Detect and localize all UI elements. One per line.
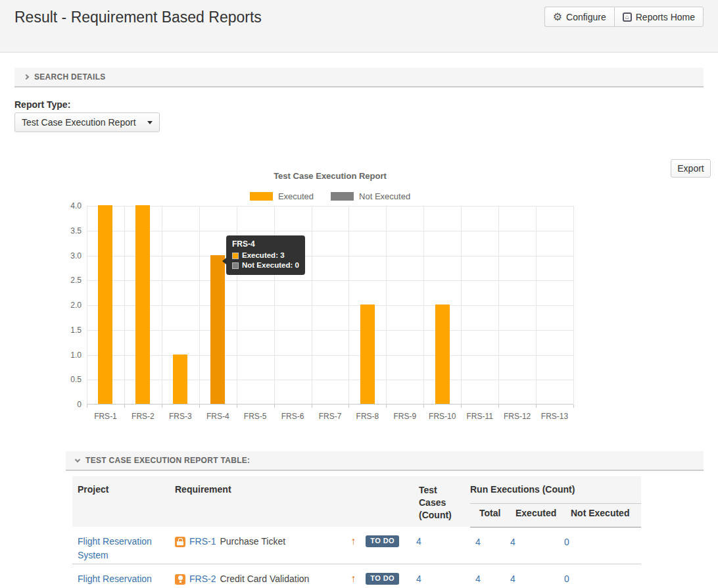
gridline bbox=[87, 206, 87, 404]
project-link[interactable]: Flight Reservation System bbox=[78, 536, 152, 560]
gridline bbox=[348, 206, 349, 404]
cell-total-link[interactable]: 4 bbox=[475, 574, 481, 584]
y-tick-label: 2.0 bbox=[60, 301, 82, 310]
search-details-toggle[interactable]: SEARCH DETAILS bbox=[14, 68, 704, 87]
requirement-type-icon bbox=[175, 574, 185, 585]
bar-FRS-10[interactable] bbox=[435, 305, 450, 404]
requirement-left: FRS-1Purchase Ticket bbox=[175, 535, 350, 549]
y-tick-label: 3.5 bbox=[60, 226, 82, 235]
reports-home-button[interactable]: ⌂ Reports Home bbox=[614, 7, 704, 27]
cell-test-cases: 4 bbox=[411, 564, 470, 588]
bar-FRS-2[interactable] bbox=[135, 205, 150, 404]
y-tick-label: 1.5 bbox=[60, 326, 82, 335]
bar-FRS-3[interactable] bbox=[173, 355, 187, 404]
gear-icon: ⚙ bbox=[553, 12, 562, 22]
legend-item-executed[interactable]: Executed bbox=[250, 191, 314, 201]
chevron-right-icon bbox=[24, 74, 29, 80]
status-badge: TO DO bbox=[366, 535, 399, 547]
x-tick-label: FRS-1 bbox=[87, 412, 124, 421]
cell-not-executed-link[interactable]: 0 bbox=[564, 537, 569, 547]
tooltip-title: FRS-4 bbox=[232, 239, 299, 249]
cell-test-cases-link[interactable]: 4 bbox=[416, 536, 421, 547]
x-axis-tick bbox=[423, 404, 424, 408]
tooltip-rows: Executed: 3Not Executed: 0 bbox=[232, 251, 299, 270]
gridline bbox=[199, 206, 200, 404]
legend-item-not-executed[interactable]: Not Executed bbox=[331, 191, 410, 201]
x-tick-label: FRS-11 bbox=[461, 412, 498, 421]
requirement-summary: Credit Card Validation bbox=[220, 572, 309, 586]
cell-total: 4 bbox=[470, 527, 505, 564]
table-section-label: TEST CASE EXECUTION REPORT TABLE: bbox=[85, 456, 250, 465]
chart-legend: ExecutedNot Executed bbox=[87, 191, 573, 201]
cell-project: Flight Reservation System bbox=[72, 527, 170, 564]
y-tick-label: 1.0 bbox=[60, 351, 82, 360]
tooltip-row: Executed: 3 bbox=[232, 251, 299, 260]
tooltip-swatch bbox=[232, 253, 239, 259]
gridline bbox=[87, 280, 573, 281]
bar-FRS-1[interactable] bbox=[98, 205, 112, 404]
page-title: Result - Requirement Based Reports bbox=[14, 9, 262, 26]
requirement-key-link[interactable]: FRS-2 bbox=[189, 572, 216, 586]
col-header-requirement: Requirement bbox=[170, 476, 411, 527]
x-axis-tick bbox=[199, 404, 200, 408]
x-axis-tick bbox=[162, 404, 162, 408]
header-button-group: ⚙ Configure ⌂ Reports Home bbox=[544, 7, 704, 27]
y-tick-label: 2.5 bbox=[60, 276, 82, 285]
y-tick-label: 4.0 bbox=[60, 201, 82, 210]
cell-total: 4 bbox=[470, 564, 505, 588]
tooltip-row-label: Executed: 3 bbox=[242, 251, 285, 260]
legend-swatch bbox=[331, 192, 354, 201]
x-tick-label: FRS-4 bbox=[199, 412, 237, 421]
x-axis-tick bbox=[536, 404, 537, 408]
gridline bbox=[536, 206, 537, 404]
report-type-dropdown[interactable]: Test Case Execution Report bbox=[14, 112, 160, 132]
table-row: Flight Reservation SystemFRS-1Purchase T… bbox=[72, 527, 641, 564]
chart-title: Test Case Execution Report bbox=[87, 171, 573, 181]
bar-FRS-8[interactable] bbox=[360, 305, 375, 404]
requirement-type-icon bbox=[175, 537, 185, 547]
cell-requirement: FRS-1Purchase Ticket↑TO DO bbox=[170, 527, 411, 564]
bar-FRS-4[interactable] bbox=[210, 255, 225, 404]
x-tick-label: FRS-3 bbox=[162, 412, 199, 421]
gridline bbox=[87, 256, 573, 257]
chart-tooltip: FRS-4 Executed: 3Not Executed: 0 bbox=[226, 235, 305, 275]
x-axis-tick bbox=[312, 404, 312, 408]
x-tick-label: FRS-7 bbox=[312, 412, 349, 421]
gridline bbox=[162, 206, 162, 404]
x-tick-label: FRS-5 bbox=[237, 412, 274, 421]
x-axis-tick bbox=[87, 404, 87, 408]
export-button[interactable]: Export bbox=[671, 159, 711, 178]
report-type-selected: Test Case Execution Report bbox=[22, 117, 136, 128]
x-axis-tick bbox=[461, 404, 462, 408]
table-section-toggle[interactable]: TEST CASE EXECUTION REPORT TABLE: bbox=[66, 451, 704, 471]
cell-not-executed-link[interactable]: 0 bbox=[564, 574, 569, 584]
configure-button[interactable]: ⚙ Configure bbox=[544, 7, 614, 27]
table-row: Flight Reservation SystemFRS-2Credit Car… bbox=[72, 564, 641, 588]
cell-total-link[interactable]: 4 bbox=[475, 537, 481, 547]
requirement-key-link[interactable]: FRS-1 bbox=[189, 535, 216, 549]
reports-home-button-label: Reports Home bbox=[636, 12, 695, 22]
tooltip-swatch bbox=[232, 262, 239, 269]
x-tick-label: FRS-6 bbox=[274, 412, 312, 421]
gridline bbox=[386, 206, 387, 404]
cell-not-executed: 0 bbox=[559, 564, 641, 588]
priority-high-icon: ↑ bbox=[350, 535, 356, 547]
requirement-right: ↑TO DO bbox=[350, 535, 406, 547]
priority-high-icon: ↑ bbox=[350, 573, 356, 585]
cell-requirement: FRS-2Credit Card Validation↑TO DO bbox=[170, 564, 411, 588]
x-axis-tick bbox=[124, 404, 125, 408]
cell-executed-link[interactable]: 4 bbox=[510, 537, 515, 547]
x-axis-tick bbox=[237, 404, 237, 408]
page-header: Result - Requirement Based Reports ⚙ Con… bbox=[0, 0, 718, 53]
cell-test-cases-link[interactable]: 4 bbox=[416, 574, 421, 584]
cell-not-executed: 0 bbox=[559, 527, 641, 564]
cell-executed-link[interactable]: 4 bbox=[510, 574, 515, 584]
project-link[interactable]: Flight Reservation System bbox=[78, 574, 152, 588]
cell-executed: 4 bbox=[505, 564, 559, 588]
y-tick-label: 0.5 bbox=[60, 375, 82, 384]
y-tick-label: 3.0 bbox=[60, 251, 82, 260]
col-header-run-executions: Run Executions (Count) bbox=[470, 476, 641, 504]
x-axis-tick bbox=[386, 404, 387, 408]
x-axis-tick bbox=[573, 404, 574, 408]
x-tick-label: FRS-8 bbox=[348, 412, 386, 421]
